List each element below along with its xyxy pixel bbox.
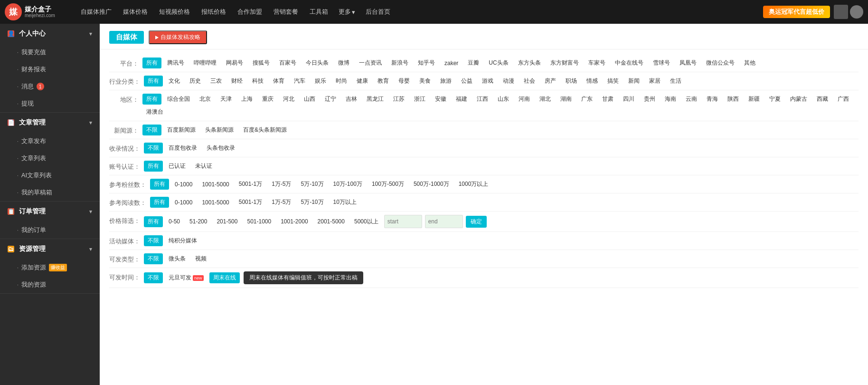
nav-newspaper-price[interactable]: 报纸价格 (197, 5, 231, 19)
tag-active-media-points[interactable]: 纯积分媒体 (165, 235, 201, 246)
tag-fans-100w-500w[interactable]: 100万-500万 (368, 179, 408, 190)
tag-region-shaanxi[interactable]: 陕西 (724, 94, 743, 105)
tag-region-jiangxi[interactable]: 江西 (473, 94, 492, 105)
tag-industry-fashion[interactable]: 时尚 (332, 76, 351, 87)
tag-verify-verified[interactable]: 已认证 (165, 161, 189, 172)
tag-fans-all[interactable]: 所有 (150, 179, 169, 190)
sidebar-item-withdraw[interactable]: · 提现 (0, 95, 100, 112)
tag-fans-5w-10w[interactable]: 5万-10万 (297, 179, 327, 190)
tag-price-0-50[interactable]: 0-50 (165, 217, 184, 226)
logo-area[interactable]: 媒 媒介盒子 meijehezi.com (5, 3, 66, 20)
tag-price-201-500[interactable]: 201-500 (213, 217, 241, 226)
nav-marketing[interactable]: 营销套餐 (269, 5, 303, 19)
nav-short-video-price[interactable]: 短视频价格 (154, 5, 195, 19)
tag-region-chongqing[interactable]: 重庆 (258, 94, 277, 105)
tag-region-hainan[interactable]: 海南 (661, 94, 680, 105)
tag-industry-home[interactable]: 家居 (645, 76, 664, 87)
tag-post-time-nolimit[interactable]: 不限 (144, 272, 163, 283)
tag-newssource-both[interactable]: 百度&头条新闻源 (239, 125, 291, 135)
tag-region-beijing[interactable]: 北京 (196, 94, 215, 105)
tag-region-zhejiang[interactable]: 浙江 (410, 94, 429, 105)
tag-active-media-nolimit[interactable]: 不限 (144, 235, 163, 246)
tag-region-sichuan[interactable]: 四川 (619, 94, 638, 105)
tag-reads-1001-5000[interactable]: 1001-5000 (198, 198, 233, 207)
tag-reads-1w-5w[interactable]: 1万-5万 (268, 197, 295, 208)
tag-platform-sohu[interactable]: 搜狐号 (249, 58, 274, 68)
tag-industry-travel[interactable]: 旅游 (436, 76, 455, 87)
tag-reads-5w-10w[interactable]: 5万-10万 (297, 197, 327, 208)
sidebar-item-recharge[interactable]: · 我要充值 (0, 44, 100, 61)
tag-fans-0-1000[interactable]: 0-1000 (171, 180, 196, 189)
tag-region-henan[interactable]: 河南 (515, 94, 534, 105)
promo-banner[interactable]: 奥运冠军代言超低价 (763, 6, 830, 18)
tag-platform-chejia[interactable]: 车家号 (585, 58, 609, 68)
nav-media-price[interactable]: 媒体价格 (118, 5, 152, 19)
tag-region-hunan[interactable]: 湖南 (557, 94, 576, 105)
sidebar-item-draft[interactable]: · 我的草稿箱 (0, 184, 100, 201)
tag-post-type-nolimit[interactable]: 不限 (144, 253, 163, 264)
sidebar-item-article-list[interactable]: · 文章列表 (0, 150, 100, 167)
tag-industry-education[interactable]: 教育 (374, 76, 393, 87)
tag-industry-sannong[interactable]: 三农 (207, 76, 226, 87)
nav-zimeiti[interactable]: 自媒体推广 (76, 5, 116, 19)
sidebar-header-article[interactable]: 📄 文章管理 ▾ (0, 113, 100, 133)
tag-region-shanxi[interactable]: 山西 (300, 94, 319, 105)
tag-platform-baijia[interactable]: 百家号 (275, 58, 300, 68)
tag-fans-1001-5000[interactable]: 1001-5000 (198, 180, 233, 189)
tag-fans-10w-100w[interactable]: 10万-100万 (330, 179, 366, 190)
sidebar-item-messages[interactable]: · 消息 1 (0, 78, 100, 95)
tag-industry-health[interactable]: 健康 (353, 76, 372, 87)
price-start-input[interactable] (384, 215, 422, 228)
tag-industry-tech[interactable]: 科技 (248, 76, 267, 87)
tag-industry-society[interactable]: 社会 (520, 76, 539, 87)
tag-region-gangaotai[interactable]: 港澳台 (142, 106, 167, 117)
tag-platform-wechat[interactable]: 微信公众号 (702, 58, 738, 68)
tag-platform-zaker[interactable]: zaker (441, 58, 462, 68)
tag-post-time-weekend[interactable]: 周末在线 (209, 272, 240, 283)
tag-fans-1w-5w[interactable]: 1万-5万 (268, 179, 295, 190)
tag-verify-unverified[interactable]: 未认证 (191, 161, 216, 172)
tag-reads-all[interactable]: 所有 (150, 197, 169, 208)
tag-fans-500w-1000w[interactable]: 500万-1000万 (410, 179, 453, 190)
nav-backend[interactable]: 后台首页 (361, 5, 395, 19)
sidebar-item-my-resource[interactable]: · 我的资源 (0, 276, 100, 293)
tag-region-yunnan[interactable]: 云南 (682, 94, 701, 105)
tag-region-gansu[interactable]: 甘肃 (598, 94, 617, 105)
tag-inclusion-toutiao[interactable]: 头条包收录 (203, 143, 239, 154)
tag-reads-0-1000[interactable]: 0-1000 (171, 198, 196, 207)
tag-platform-yidian[interactable]: 一点资讯 (355, 58, 386, 68)
sidebar-item-finance[interactable]: · 财务报表 (0, 61, 100, 78)
tag-industry-all[interactable]: 所有 (144, 76, 163, 87)
tag-industry-anime[interactable]: 动漫 (499, 76, 518, 87)
sidebar-item-add-resource[interactable]: · 添加资源 赚收益 (0, 259, 100, 276)
tag-region-national[interactable]: 综合全国 (163, 94, 194, 105)
tag-platform-sina[interactable]: 新浪号 (387, 58, 412, 68)
nav-more[interactable]: 更多 ▾ (335, 5, 359, 19)
tag-industry-emotion[interactable]: 情感 (583, 76, 602, 87)
tag-industry-life[interactable]: 生活 (666, 76, 685, 87)
tag-reads-5001-1w[interactable]: 5001-1万 (235, 197, 266, 208)
tag-industry-workplace[interactable]: 职场 (562, 76, 581, 87)
tag-industry-sports[interactable]: 体育 (269, 76, 288, 87)
tag-price-51-200[interactable]: 51-200 (186, 217, 211, 226)
tag-platform-weibo[interactable]: 微博 (334, 58, 353, 68)
tag-region-liaoning[interactable]: 辽宁 (321, 94, 340, 105)
tag-platform-zhongjin[interactable]: 中金在线号 (611, 58, 647, 68)
tag-region-fujian[interactable]: 福建 (452, 94, 471, 105)
tag-region-guizhou[interactable]: 贵州 (640, 94, 659, 105)
tag-region-anhui[interactable]: 安徽 (431, 94, 450, 105)
tag-region-qinghai[interactable]: 青海 (703, 94, 722, 105)
tag-region-heilongjiang[interactable]: 黑龙江 (363, 94, 387, 105)
tag-industry-food[interactable]: 美食 (415, 76, 434, 87)
tag-industry-entertainment[interactable]: 娱乐 (311, 76, 330, 87)
tag-verify-all[interactable]: 所有 (144, 161, 163, 172)
tag-region-tianjin[interactable]: 天津 (217, 94, 236, 105)
sidebar-item-ai-article[interactable]: · AI文章列表 (0, 167, 100, 184)
tag-platform-other[interactable]: 其他 (740, 58, 759, 68)
tag-industry-culture[interactable]: 文化 (165, 76, 184, 87)
tag-fans-5001-1w[interactable]: 5001-1万 (235, 179, 266, 190)
tag-newssource-baidu[interactable]: 百度新闻源 (163, 125, 199, 135)
tag-platform-fenghuang[interactable]: 凤凰号 (676, 58, 700, 68)
tag-price-501-1000[interactable]: 501-1000 (243, 217, 275, 226)
tag-inclusion-baidu[interactable]: 百度包收录 (165, 143, 201, 154)
